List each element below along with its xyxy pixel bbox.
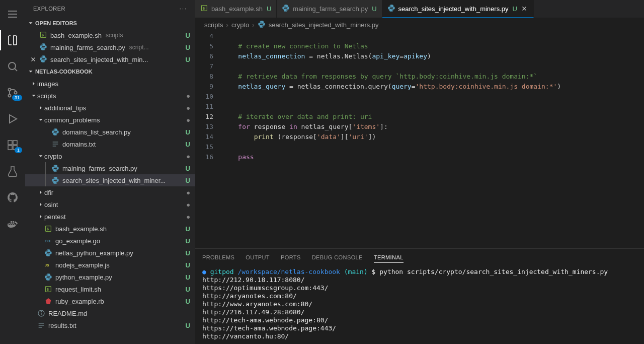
code-line[interactable]: # iterate over data and print: uri	[222, 112, 644, 122]
svg-text:$: $	[42, 32, 44, 37]
chevron-icon[interactable]	[37, 104, 44, 111]
tree-file[interactable]: domains_list_search.pyU	[25, 126, 195, 138]
tree-file[interactable]: README.md	[25, 307, 195, 319]
tree-folder[interactable]: common_problems●	[25, 114, 195, 126]
editor[interactable]: 45678910111213141516 # create new connec…	[195, 31, 644, 248]
editor-code[interactable]: # create new connection to Netlas netlas…	[222, 31, 644, 248]
editor-gutter: 45678910111213141516	[195, 31, 222, 248]
panel-tab[interactable]: PORTS	[281, 252, 301, 262]
search-icon[interactable]	[0, 56, 25, 77]
code-line[interactable]: # retrieve data from responses by query …	[222, 72, 644, 82]
tree-file[interactable]: search_sites_injected_with_miner...U	[25, 174, 195, 186]
editor-tab[interactable]: $bash_example.shU	[195, 0, 277, 18]
line-number: 8	[195, 72, 213, 82]
line-number: 14	[195, 132, 213, 142]
panel-tab[interactable]: OUTPUT	[246, 252, 270, 262]
scm-icon[interactable]: 31	[0, 83, 25, 103]
code-line[interactable]	[222, 102, 644, 112]
text-icon	[37, 321, 45, 329]
go-icon: GO	[44, 237, 52, 245]
tab-bar: $bash_example.shUmaining_farms_search.py…	[195, 0, 644, 18]
open-editor-item[interactable]: $bash_example.shscriptsU	[25, 29, 195, 41]
svg-text:GO: GO	[45, 239, 51, 243]
editor-tab[interactable]: maining_farms_search.pyU	[277, 0, 382, 18]
terminal[interactable]: ● gitpod /workspace/netlas-cookbook (mai…	[195, 266, 644, 344]
ruby-icon	[44, 297, 52, 305]
more-icon[interactable]: ···	[180, 6, 187, 12]
panel-tab[interactable]: DEBUG CONSOLE	[312, 252, 363, 262]
bash-icon: $	[44, 225, 52, 233]
line-number: 11	[195, 102, 213, 112]
tree-folder[interactable]: additional_tips●	[25, 102, 195, 114]
open-editors-header[interactable]: OPEN EDITORS	[25, 17, 195, 29]
code-line[interactable]	[222, 61, 644, 72]
tree-file[interactable]: maining_farms_search.pyU	[25, 162, 195, 174]
github-icon[interactable]	[0, 187, 25, 208]
open-editor-item[interactable]: search_sites_injected_with_min...U	[25, 53, 195, 65]
tree-file[interactable]: domains.txtU	[25, 138, 195, 150]
close-icon[interactable]	[520, 5, 528, 13]
chevron-icon[interactable]	[37, 116, 44, 123]
code-line[interactable]: print (response['data']['uri'])	[222, 132, 644, 142]
chevron-icon[interactable]	[30, 92, 37, 99]
breadcrumb-item[interactable]: search_sites_injected_with_miners.py	[269, 21, 379, 29]
panel-tab[interactable]: PROBLEMS	[202, 252, 234, 262]
text-icon	[51, 140, 59, 148]
tree-file[interactable]: netlas_python_example.pyU	[25, 247, 195, 259]
tree-file[interactable]: ruby_example.rbU	[25, 295, 195, 307]
tree-file[interactable]: GOgo_example.goU	[25, 235, 195, 247]
breadcrumb-item[interactable]: crypto	[231, 21, 249, 29]
chevron-icon[interactable]	[37, 213, 44, 220]
panel-tab[interactable]: TERMINAL	[374, 252, 404, 263]
code-line[interactable]: pass	[222, 152, 644, 162]
code-line[interactable]	[222, 31, 644, 41]
tree-file[interactable]: $bash_example.shU	[25, 223, 195, 235]
tree-file[interactable]: JSnodejs_example.jsU	[25, 259, 195, 271]
svg-text:$: $	[203, 6, 205, 11]
code-line[interactable]	[222, 142, 644, 152]
svg-text:$: $	[47, 287, 49, 292]
svg-point-30	[41, 311, 41, 312]
python-icon	[51, 176, 59, 184]
chevron-icon[interactable]	[37, 153, 44, 160]
file-tree: imagesscripts●additional_tips●common_pro…	[25, 78, 195, 344]
code-line[interactable]: for response in netlas_query['items']:	[222, 122, 644, 132]
tree-folder[interactable]: pentest●	[25, 211, 195, 223]
breadcrumb-item[interactable]: scripts	[204, 21, 223, 29]
close-icon[interactable]	[29, 55, 37, 63]
line-number: 16	[195, 152, 213, 162]
chevron-icon[interactable]	[37, 201, 44, 208]
tree-file[interactable]: results.txtU	[25, 319, 195, 331]
explorer-sidebar: EXPLORER ··· OPEN EDITORS $bash_example.…	[25, 0, 195, 344]
svg-text:JS: JS	[45, 263, 49, 267]
tree-folder[interactable]: dfir●	[25, 186, 195, 198]
tree-folder[interactable]: crypto●	[25, 150, 195, 162]
breadcrumb[interactable]: scripts›crypto›search_sites_injected_wit…	[195, 18, 644, 31]
testing-icon[interactable]	[0, 161, 25, 181]
explorer-icon[interactable]	[0, 30, 25, 50]
code-line[interactable]	[222, 92, 644, 102]
tree-folder[interactable]: osint●	[25, 198, 195, 211]
tree-folder[interactable]: scripts●	[25, 90, 195, 102]
main-area: $bash_example.shUmaining_farms_search.py…	[195, 0, 644, 344]
svg-text:$: $	[47, 227, 49, 231]
workspace-header[interactable]: NETLAS-COOKBOOK	[25, 65, 195, 78]
tree-file[interactable]: $request_limit.shU	[25, 283, 195, 295]
extensions-icon[interactable]: 1	[0, 135, 25, 155]
python-icon	[387, 4, 395, 14]
svg-rect-12	[13, 141, 17, 145]
code-line[interactable]: # create new connection to Netlas	[222, 41, 644, 51]
chevron-icon[interactable]	[37, 189, 44, 196]
chevron-icon[interactable]	[30, 80, 37, 87]
code-line[interactable]: netlas_connection = netlas.Netlas(api_ke…	[222, 51, 644, 61]
docker-icon[interactable]	[0, 214, 25, 234]
debug-icon[interactable]	[0, 109, 25, 129]
open-editor-item[interactable]: maining_farms_search.pyscript...U	[25, 41, 195, 53]
menu-icon[interactable]	[0, 4, 25, 24]
tree-folder[interactable]: images	[25, 78, 195, 90]
line-number: 12	[195, 112, 213, 122]
extensions-badge: 1	[15, 147, 22, 153]
editor-tab[interactable]: search_sites_injected_with_miners.pyU	[382, 0, 534, 18]
code-line[interactable]: netlas_query = netlas_connection.query(q…	[222, 82, 644, 92]
tree-file[interactable]: python_example.pyU	[25, 271, 195, 283]
